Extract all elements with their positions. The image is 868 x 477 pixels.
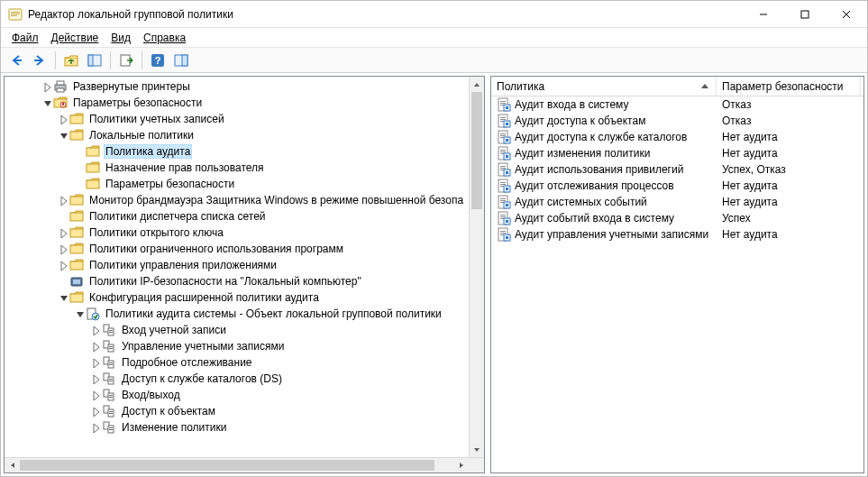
expand-icon[interactable] (89, 421, 102, 434)
scroll-thumb-h[interactable] (20, 460, 434, 471)
tree-item-app-control[interactable]: Политики управления приложениями (6, 257, 484, 273)
expand-icon[interactable] (89, 340, 102, 353)
tool-export[interactable] (116, 50, 136, 70)
printer-icon (53, 79, 68, 94)
menu-view[interactable]: Вид (105, 30, 136, 46)
list-body[interactable]: Аудит входа в системуОтказАудит доступа … (491, 96, 863, 472)
expand-icon[interactable] (89, 324, 102, 336)
scroll-up-icon[interactable] (470, 77, 484, 92)
scroll-thumb[interactable] (471, 92, 482, 209)
expand-icon[interactable] (89, 356, 102, 369)
scroll-left-icon[interactable] (5, 458, 20, 472)
audit-icon (86, 307, 100, 321)
list-header: Политика Параметр безопасности (491, 77, 863, 96)
sub-icon (102, 339, 116, 353)
row-audit-privilege[interactable]: Аудит использования привилегийУспех, Отк… (491, 161, 863, 178)
scroll-right-icon[interactable] (453, 458, 469, 472)
row-audit-obj-access[interactable]: Аудит доступа к объектамОтказ (491, 113, 863, 129)
column-policy[interactable]: Политика (491, 77, 717, 96)
tree-item-public-key[interactable]: Политики открытого ключа (6, 225, 484, 241)
folder-icon (86, 177, 100, 191)
scroll-down-icon[interactable] (470, 442, 484, 457)
tree-scrollbar-horizontal[interactable] (5, 457, 484, 472)
sub-icon (102, 388, 116, 402)
tree-item-printers[interactable]: Развернутые принтеры (6, 78, 484, 95)
expand-icon[interactable] (57, 259, 69, 271)
tree-item-account-policies[interactable]: Политики учетных записей (6, 111, 484, 127)
close-button[interactable] (826, 1, 867, 27)
row-audit-logon[interactable]: Аудит входа в системуОтказ (491, 96, 863, 113)
tool-action-pane[interactable] (171, 50, 191, 70)
tree-item-ipsec[interactable]: Политики IP-безопасности на "Локальный к… (6, 273, 484, 289)
expand-icon[interactable] (89, 389, 102, 401)
tree-item-pol-change[interactable]: Изменение политики (6, 419, 484, 436)
window-title: Редактор локальной групповой политики (28, 8, 743, 21)
expand-icon[interactable] (89, 372, 102, 385)
tree-item-logon-logoff[interactable]: Вход/выход (6, 387, 484, 403)
menu-help[interactable]: Справка (138, 30, 191, 46)
row-audit-process[interactable]: Аудит отслеживания процессовНет аудита (491, 178, 863, 194)
tree-item-security-settings[interactable]: Параметры безопасности (6, 95, 484, 111)
tree-item-sys-audit[interactable]: Политики аудита системы - Объект локальн… (6, 306, 484, 322)
tree-item-wdfw[interactable]: Монитор брандмауэра Защитника Windows в … (6, 192, 484, 208)
policy-name: Аудит изменения политики (515, 147, 650, 160)
tree-item-acct-mgmt[interactable]: Управление учетными записями (6, 338, 484, 354)
expand-icon[interactable] (89, 405, 102, 417)
expand-icon[interactable] (57, 291, 69, 304)
tree-item-label: Политики ограниченного использования про… (87, 243, 345, 255)
tree-item-obj-access[interactable]: Доступ к объектам (6, 403, 484, 419)
expand-icon[interactable] (41, 80, 53, 93)
tool-back[interactable] (6, 50, 26, 70)
minimize-button[interactable] (743, 1, 784, 27)
menu-action[interactable]: Действие (46, 30, 105, 46)
policy-value: Нет аудита (717, 179, 861, 192)
expand-icon[interactable] (73, 307, 86, 320)
expand-icon[interactable] (57, 194, 69, 206)
tree-item-label: Локальные политики (87, 129, 196, 142)
tree-item-local-policies[interactable]: Локальные политики (6, 127, 484, 143)
expand-icon (57, 210, 69, 223)
tree-item-detailed[interactable]: Подробное отслеживание (6, 354, 484, 371)
tree-item-audit-policy[interactable]: Политика аудита (6, 143, 484, 160)
tool-help[interactable] (148, 50, 168, 70)
expand-icon[interactable] (57, 226, 69, 239)
column-security[interactable]: Параметр безопасности (717, 77, 861, 96)
tree-item-label: Параметры безопасности (104, 178, 236, 190)
row-audit-system[interactable]: Аудит системных событийНет аудита (491, 194, 863, 210)
tree-scrollbar-vertical[interactable] (469, 77, 484, 457)
titlebar: Редактор локальной групповой политики (1, 1, 867, 28)
tree-item-label: Политики учетных записей (87, 113, 226, 125)
expand-icon[interactable] (57, 113, 69, 125)
tree-item-adv-audit[interactable]: Конфигурация расширенной политики аудита (6, 289, 484, 306)
tree[interactable]: Развернутые принтерыПараметры безопаснос… (5, 77, 484, 472)
tree-item-label: Развернутые принтеры (71, 80, 192, 93)
tree-item-label: Вход/выход (120, 389, 182, 401)
tree-item-user-rights[interactable]: Назначение прав пользователя (6, 160, 484, 176)
tool-forward[interactable] (30, 50, 50, 70)
expand-icon[interactable] (41, 96, 53, 109)
tree-item-label: Управление учетными записями (120, 340, 286, 353)
tool-up[interactable] (61, 50, 81, 70)
tool-panes[interactable] (85, 50, 105, 70)
row-audit-pol-change[interactable]: Аудит изменения политикиНет аудита (491, 145, 863, 161)
maximize-button[interactable] (784, 1, 826, 27)
row-audit-account-mgmt[interactable]: Аудит управления учетными записямиНет ау… (491, 226, 863, 243)
sub-icon (102, 323, 116, 337)
tree-item-label: Монитор брандмауэра Защитника Windows в … (87, 194, 465, 206)
expand-icon[interactable] (57, 243, 69, 255)
tree-item-acct-logon[interactable]: Вход учетной записи (6, 322, 484, 338)
tree-item-security-options[interactable]: Параметры безопасности (6, 176, 484, 192)
tree-item-label: Вход учетной записи (120, 324, 228, 336)
policy-name: Аудит входа в систему (515, 98, 629, 111)
menubar: Файл Действие Вид Справка (1, 28, 867, 48)
tree-item-label: Политика аудита (104, 144, 192, 159)
menu-file[interactable]: Файл (6, 30, 44, 46)
tree-item-software-restriction[interactable]: Политики ограниченного использования про… (6, 241, 484, 257)
tree-item-ds-access[interactable]: Доступ к службе каталогов (DS) (6, 371, 484, 387)
sub-icon (102, 355, 116, 370)
row-audit-logon-events[interactable]: Аудит событий входа в системуУспех (491, 210, 863, 226)
folder-icon (69, 209, 84, 224)
expand-icon[interactable] (57, 129, 69, 142)
row-audit-ds-access[interactable]: Аудит доступа к службе каталоговНет ауди… (491, 129, 863, 145)
tree-item-network-list[interactable]: Политики диспетчера списка сетей (6, 208, 484, 225)
